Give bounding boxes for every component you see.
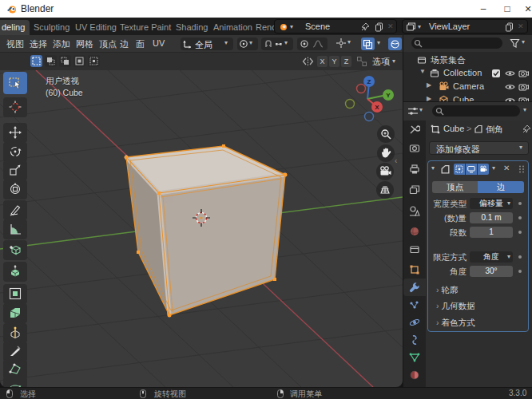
amount-field[interactable]: 0.1 m	[470, 212, 513, 223]
select-mode-intersect[interactable]	[88, 55, 100, 67]
select-mode-set[interactable]	[30, 55, 42, 67]
outliner-row-scene-collection[interactable]: 场景集合	[403, 53, 532, 66]
select-mode-subtract[interactable]	[59, 55, 71, 67]
tool-cursor[interactable]	[3, 97, 27, 117]
workspace-tab-texturepaint[interactable]: Texture Paint	[115, 20, 176, 35]
animate-dot[interactable]	[518, 202, 522, 205]
checkbox-icon[interactable]	[491, 69, 501, 78]
scene-selector[interactable]: ▾ Scene ✕	[274, 19, 397, 34]
cube-expand-caret[interactable]: ▶	[427, 95, 431, 101]
menu-edge[interactable]: 边	[120, 38, 129, 50]
tool-measure[interactable]	[3, 219, 27, 239]
pivot-point-dropdown[interactable]: ▾	[237, 38, 258, 50]
tool-annotate[interactable]	[3, 200, 27, 220]
properties-search-input[interactable]	[432, 105, 520, 117]
tab-scene[interactable]	[403, 202, 426, 219]
menu-vertex[interactable]: 顶点	[99, 38, 117, 50]
section-shading[interactable]: › 着色方式	[436, 318, 474, 329]
section-geometry[interactable]: › 几何数据	[436, 301, 474, 312]
add-modifier-button[interactable]: 添加修改器 ▾	[429, 141, 529, 155]
eye-icon[interactable]	[505, 96, 515, 101]
select-mode-extend[interactable]	[45, 55, 57, 67]
bevel-affect-vertices[interactable]: 顶点	[432, 181, 478, 193]
menu-uv[interactable]: UV	[153, 38, 165, 48]
outliner-row-collection[interactable]: ▼ Collection	[403, 66, 532, 80]
close-button[interactable]: ✕	[516, 0, 532, 18]
limit-method-dropdown[interactable]: 角度▾	[470, 251, 513, 263]
minimize-button[interactable]: –	[471, 0, 495, 18]
transform-orientation-dropdown[interactable]: 全局 ▾	[181, 38, 233, 50]
tab-render[interactable]	[403, 140, 426, 157]
tool-move[interactable]	[3, 123, 27, 143]
tab-collection-props[interactable]	[403, 240, 426, 258]
tool-loop-cut[interactable]	[3, 323, 27, 343]
viewlayer-selector[interactable]: ▾ ViewLayer ✕	[402, 19, 528, 34]
tab-modifiers[interactable]	[403, 279, 426, 296]
mirror-z-toggle[interactable]: Z	[341, 56, 351, 67]
modifier-render-toggle[interactable]	[478, 164, 489, 175]
workspace-tab-animation[interactable]: Animation	[208, 20, 257, 35]
breadcrumb-modifier[interactable]: 倒角	[486, 124, 503, 136]
tab-tool[interactable]	[403, 120, 426, 138]
tool-rotate[interactable]	[3, 142, 27, 162]
tab-view-layer[interactable]	[403, 181, 426, 199]
tab-object-data[interactable]	[403, 349, 426, 366]
tab-output[interactable]	[403, 160, 426, 178]
menu-view[interactable]: 视图	[6, 38, 24, 50]
mirror-y-toggle[interactable]: Y	[329, 56, 339, 67]
modifier-extras-caret[interactable]: ▾	[492, 164, 495, 172]
tool-scale[interactable]	[3, 160, 27, 180]
tool-bevel[interactable]	[3, 303, 27, 323]
editor-type-icon[interactable]	[407, 106, 419, 117]
menu-add[interactable]: 添加	[53, 38, 70, 50]
outliner-search-input[interactable]	[411, 38, 502, 49]
workspace-tab-uvediting[interactable]: UV Editing	[70, 20, 121, 35]
mirror-x-toggle[interactable]: X	[317, 56, 328, 67]
tab-particles[interactable]	[403, 297, 426, 314]
camera-visibility-icon[interactable]	[518, 82, 529, 92]
options-dropdown[interactable]: 选项	[372, 56, 390, 68]
section-profile[interactable]: › 轮廓	[436, 285, 458, 296]
overlays-toggle[interactable]	[388, 38, 402, 50]
show-gizmo-toggle[interactable]: ▾	[335, 38, 347, 50]
tool-extrude[interactable]	[3, 262, 27, 282]
menu-select[interactable]: 选择	[30, 38, 47, 50]
width-type-dropdown[interactable]: 偏移量▾	[470, 198, 513, 209]
zoom-button[interactable]	[377, 125, 395, 143]
workspace-tab-modeling[interactable]: deling	[0, 20, 30, 35]
grid-view-button[interactable]	[376, 181, 394, 199]
panel-expand-caret[interactable]: ▾	[431, 164, 435, 172]
select-mode-invert[interactable]	[73, 55, 85, 67]
animate-dot[interactable]	[518, 270, 522, 273]
tab-object[interactable]	[403, 261, 426, 279]
tool-inset-faces[interactable]	[3, 284, 27, 304]
breadcrumb-object[interactable]: Cube	[443, 124, 464, 133]
tool-transform[interactable]	[3, 180, 27, 200]
workspace-tab-shading[interactable]: Shading	[171, 20, 212, 35]
new-viewlayer-icon[interactable]	[505, 22, 514, 32]
tool-select-box[interactable]	[3, 72, 27, 94]
tool-spin[interactable]	[3, 377, 27, 387]
snap-controls[interactable]: ▾	[261, 38, 293, 50]
tab-material[interactable]	[403, 366, 426, 384]
proportional-edit-controls[interactable]	[297, 38, 328, 50]
animate-dot[interactable]	[518, 231, 522, 234]
modifier-realtime-toggle[interactable]	[466, 164, 477, 175]
camera-view-button[interactable]	[376, 163, 394, 180]
segments-field[interactable]: 1	[470, 227, 513, 238]
workspace-tab-sculpting[interactable]: Sculpting	[29, 20, 74, 35]
panel-collapse-arrow[interactable]: ‹	[395, 156, 397, 165]
camera-visibility-icon[interactable]	[518, 69, 529, 78]
modifier-show-edit-toggle[interactable]	[454, 164, 465, 175]
pin-icon[interactable]	[522, 124, 531, 134]
modifier-close-icon[interactable]: ✕	[503, 164, 510, 172]
bevel-affect-edges[interactable]: 边	[478, 181, 524, 193]
tab-world[interactable]	[403, 223, 426, 240]
eye-icon[interactable]	[505, 82, 515, 92]
tab-physics[interactable]	[403, 314, 426, 331]
eye-icon[interactable]	[505, 69, 515, 78]
tool-add-cube[interactable]	[3, 240, 27, 260]
camera-visibility-icon[interactable]	[518, 96, 529, 101]
angle-field[interactable]: 30°	[470, 266, 513, 277]
camera-expand-caret[interactable]: ▶	[427, 81, 431, 89]
